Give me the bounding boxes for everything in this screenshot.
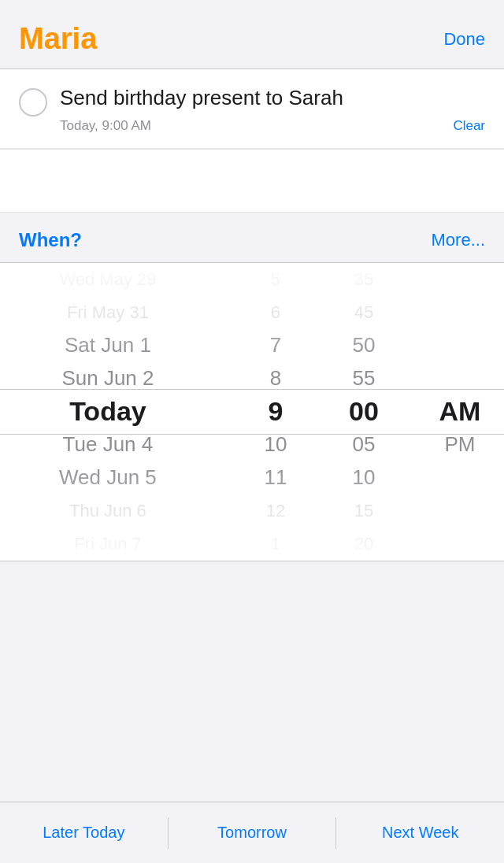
tomorrow-button[interactable]: Tomorrow [169,802,336,863]
picker-item[interactable]: 35 [320,263,408,296]
task-content: Send birthday present to Sarah Today, 9:… [60,85,485,148]
picker-item[interactable]: 10 [320,461,408,494]
picker-item[interactable]: 5 [232,263,320,296]
picker-item[interactable]: 7 [232,329,320,362]
task-clear-button[interactable]: Clear [453,118,485,134]
picker-item[interactable]: Wed May 29 [0,263,216,296]
picker-item[interactable]: PM [416,428,504,461]
picker-item[interactable]: 45 [320,296,408,329]
picker-item[interactable]: Tue Jun 4 [0,428,216,461]
task-date: Today, 9:00 AM [60,118,151,134]
picker-item[interactable]: Wed Jun 5 [0,461,216,494]
divider-2 [0,212,504,213]
picker-item[interactable]: 1 [232,528,320,561]
picker-item[interactable]: 11 [232,461,320,494]
picker-item[interactable]: 8 [232,362,320,395]
task-checkbox[interactable] [19,88,47,117]
picker-item[interactable]: 55 [320,362,408,395]
picker-item[interactable] [416,329,504,362]
picker-item[interactable] [416,461,504,494]
more-button[interactable]: More... [432,230,485,250]
picker-item[interactable] [416,494,504,528]
picker-item[interactable]: 20 [320,528,408,561]
picker-item[interactable]: Sun Jun 2 [0,362,216,395]
picker-item[interactable]: 05 [320,428,408,461]
picker-item[interactable]: Fri May 31 [0,296,216,329]
picker-item[interactable] [416,362,504,395]
picker-item[interactable]: Sat Jun 1 [0,329,216,362]
picker-item[interactable] [416,296,504,329]
header: Maria Done [0,0,504,69]
picker-item[interactable]: 9 [232,395,320,428]
picker-item[interactable]: 12 [232,494,320,528]
picker-item[interactable]: Fri Jun 7 [0,528,216,561]
picker-date-column[interactable]: Wed May 29Fri May 31Sat Jun 1Sun Jun 2To… [0,263,232,561]
task-area: Send birthday present to Sarah Today, 9:… [0,69,504,148]
done-button[interactable]: Done [443,29,485,50]
task-row: Send birthday present to Sarah Today, 9:… [19,85,485,148]
when-label: When? [19,229,82,251]
picker-item[interactable]: 10 [232,428,320,461]
picker-item[interactable] [416,263,504,296]
page-title: Maria [19,22,97,56]
later-today-button[interactable]: Later Today [0,802,168,863]
picker-minute-column[interactable]: 354550550005101520 [320,263,408,561]
task-area-lower [0,149,504,212]
picker-item[interactable] [416,528,504,561]
picker-area[interactable]: Wed May 29Fri May 31Sat Jun 1Sun Jun 2To… [0,262,504,561]
task-title: Send birthday present to Sarah [60,85,485,112]
picker-columns: Wed May 29Fri May 31Sat Jun 1Sun Jun 2To… [0,263,504,561]
picker-item[interactable]: 50 [320,329,408,362]
bottom-toolbar: Later Today Tomorrow Next Week [0,802,504,863]
picker-hour-column[interactable]: 567891011121 [232,263,320,561]
picker-item[interactable]: 15 [320,494,408,528]
next-week-button[interactable]: Next Week [336,802,504,863]
picker-item[interactable]: 00 [320,395,408,428]
picker-item[interactable]: Thu Jun 6 [0,494,216,528]
picker-item[interactable]: Today [0,395,216,428]
picker-item[interactable]: 6 [232,296,320,329]
task-meta: Today, 9:00 AM Clear [60,118,485,148]
picker-item[interactable]: AM [416,395,504,428]
picker-ampm-column[interactable]: AMPM [408,263,504,561]
when-section: When? More... [0,213,504,262]
